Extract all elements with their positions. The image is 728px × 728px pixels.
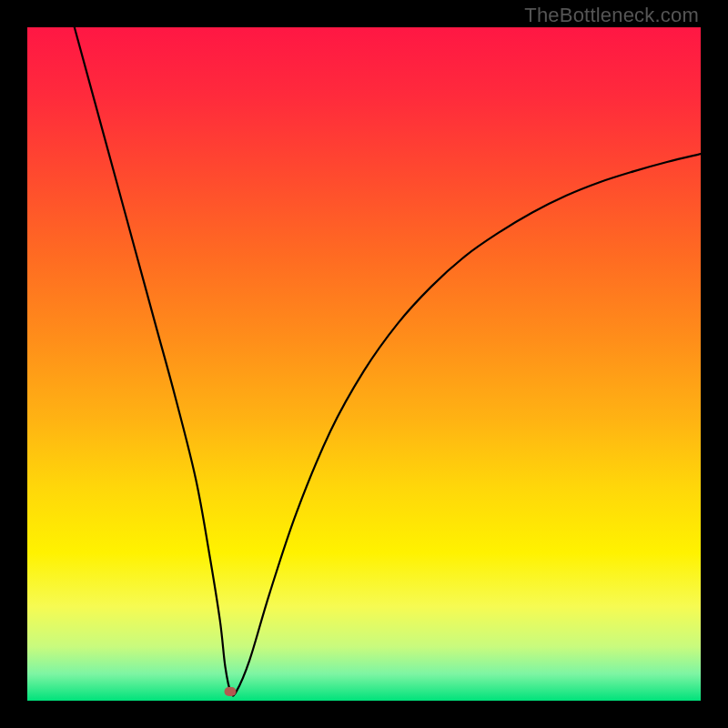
watermark-text: TheBottleneck.com — [524, 4, 699, 27]
optimal-point-marker — [225, 687, 237, 696]
chart-frame: TheBottleneck.com — [0, 0, 728, 728]
bottleneck-curve — [27, 27, 701, 701]
plot-area — [27, 27, 701, 701]
